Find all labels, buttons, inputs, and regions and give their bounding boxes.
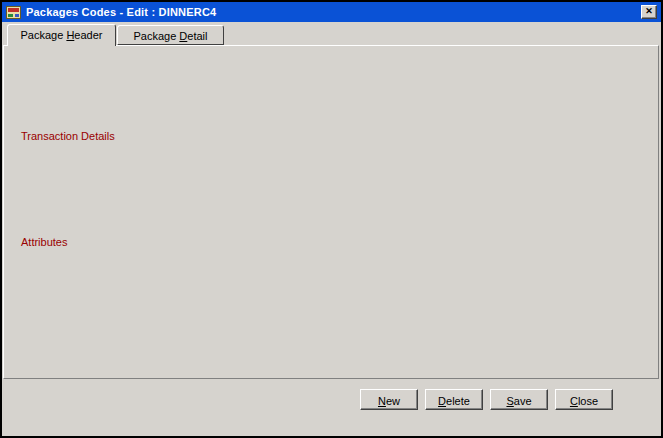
new-button[interactable]: New	[360, 389, 418, 410]
window-title: Packages Codes - Edit : DINNERC4	[26, 6, 216, 18]
tab-content-pane	[3, 45, 659, 379]
packages-codes-window: Packages Codes - Edit : DINNERC4 ✕ Packa…	[0, 0, 663, 438]
close-icon[interactable]: ✕	[641, 5, 657, 19]
app-icon	[6, 6, 21, 19]
close-button[interactable]: Close	[555, 389, 613, 410]
save-button[interactable]: Save	[490, 389, 548, 410]
attributes-title: Attributes	[18, 236, 70, 248]
titlebar: Packages Codes - Edit : DINNERC4 ✕	[2, 2, 661, 22]
tab-package-detail[interactable]: Package Detail	[117, 25, 224, 45]
tab-package-header[interactable]: Package Header	[7, 24, 116, 46]
transaction-details-title: Transaction Details	[18, 130, 118, 142]
delete-button[interactable]: Delete	[425, 389, 483, 410]
